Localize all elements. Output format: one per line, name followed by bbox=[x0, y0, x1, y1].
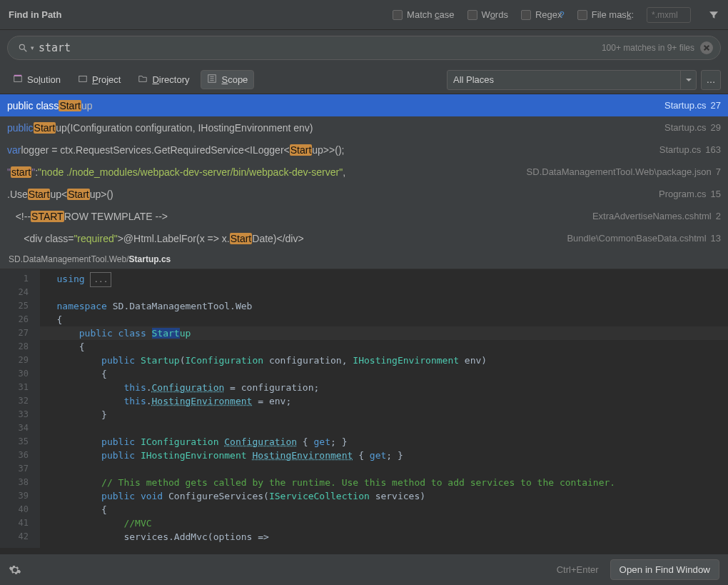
line-number: 24 bbox=[0, 286, 40, 299]
result-location: Bundle\CommonBaseData.cshtml13 bbox=[567, 233, 721, 244]
code-line: { bbox=[40, 503, 728, 516]
close-icon bbox=[703, 44, 710, 51]
line-number: 34 bbox=[0, 421, 40, 435]
svg-line-1 bbox=[24, 49, 27, 52]
code-line: public void ConfigureServices(IServiceCo… bbox=[40, 489, 728, 503]
code-line: public Startup(IConfiguration configurat… bbox=[40, 354, 728, 367]
line-number: 29 bbox=[0, 354, 40, 367]
shortcut-hint: Ctrl+Enter bbox=[557, 564, 599, 575]
clear-search-button[interactable] bbox=[700, 41, 713, 54]
scope-tab-project[interactable]: Project bbox=[72, 70, 126, 89]
match-case-checkbox[interactable]: Match case bbox=[393, 9, 454, 20]
search-result-row[interactable]: .UseStartup<Startup>() Program.cs15 bbox=[0, 183, 728, 205]
open-in-find-window-button[interactable]: Open in Find Window bbox=[610, 559, 719, 580]
scope-tab-label: Directory bbox=[152, 74, 189, 85]
scope-tab-directory[interactable]: Directory bbox=[132, 70, 195, 89]
search-icon bbox=[18, 43, 28, 53]
scope-tab-label: Scope bbox=[221, 74, 248, 85]
result-location: Startup.cs27 bbox=[664, 100, 721, 111]
line-number: 31 bbox=[0, 381, 40, 394]
code-line: using ... bbox=[40, 272, 728, 286]
line-number: 35 bbox=[0, 435, 40, 449]
regex-label: Regex bbox=[535, 9, 562, 20]
code-line: { bbox=[40, 313, 728, 326]
line-number: 38 bbox=[0, 476, 40, 489]
chevron-down-icon bbox=[685, 76, 692, 84]
scope-places-select[interactable]: All Places bbox=[447, 70, 697, 90]
code-preview[interactable]: 124252627282930313233343536373839404142 … bbox=[0, 269, 728, 548]
line-number: 40 bbox=[0, 503, 40, 516]
line-number: 41 bbox=[0, 516, 40, 530]
search-result-row[interactable]: <!-- START ROW TEWMPLATE --> ExtraAdvert… bbox=[0, 205, 728, 227]
search-result-row[interactable]: public class Startup Startup.cs27 bbox=[0, 94, 728, 116]
scope-icon bbox=[207, 74, 217, 86]
svg-rect-4 bbox=[14, 76, 22, 82]
result-text: "start": "node ./node_modules/webpack-de… bbox=[7, 166, 345, 178]
search-input[interactable] bbox=[39, 41, 602, 54]
matches-info: 100+ matches in 9+ files bbox=[602, 43, 694, 53]
result-text: <!-- START ROW TEWMPLATE --> bbox=[7, 211, 168, 222]
scope-tab-label: Solution bbox=[27, 74, 61, 85]
code-line: } bbox=[40, 408, 728, 421]
result-text: <div class="required">@Html.LabelFor(x =… bbox=[7, 233, 304, 244]
solution-icon bbox=[13, 74, 23, 86]
filemask-input[interactable] bbox=[647, 7, 691, 23]
line-number: 39 bbox=[0, 489, 40, 503]
result-text: public Startup(IConfiguration configurat… bbox=[7, 122, 313, 134]
line-number: 42 bbox=[0, 530, 40, 544]
code-line: namespace SD.DataManagementTool.Web bbox=[40, 299, 728, 313]
search-history-chevron-icon[interactable]: ▾ bbox=[31, 44, 34, 51]
result-location: ExtraAdvertiseNames.cshtml2 bbox=[592, 211, 721, 221]
code-line: this.Configuration = configuration; bbox=[40, 381, 728, 394]
line-number: 33 bbox=[0, 408, 40, 421]
line-number: 25 bbox=[0, 299, 40, 313]
search-result-row[interactable]: "start": "node ./node_modules/webpack-de… bbox=[0, 161, 728, 183]
code-line bbox=[40, 462, 728, 476]
result-location: Startup.cs29 bbox=[664, 122, 721, 133]
code-line: this.HostingEnvironment = env; bbox=[40, 394, 728, 408]
search-result-row[interactable]: public Startup(IConfiguration configurat… bbox=[0, 116, 728, 139]
code-line: services.AddMvc(options => bbox=[40, 530, 728, 544]
gear-icon[interactable] bbox=[9, 564, 21, 576]
search-box[interactable]: ▾ 100+ matches in 9+ files bbox=[7, 36, 721, 60]
line-number: 37 bbox=[0, 462, 40, 476]
scope-tab-label: Project bbox=[92, 74, 121, 85]
code-line: // This method gets called by the runtim… bbox=[40, 476, 728, 489]
filemask-label: File mask: bbox=[592, 9, 634, 20]
words-checkbox[interactable]: Words bbox=[467, 9, 508, 20]
code-line bbox=[40, 286, 728, 299]
result-text: var logger = ctx.RequestServices.GetRequ… bbox=[7, 144, 344, 156]
search-result-row[interactable]: var logger = ctx.RequestServices.GetRequ… bbox=[0, 139, 728, 161]
preview-path: SD.DataManagementTool.Web/Startup.cs bbox=[0, 249, 728, 269]
regex-checkbox[interactable]: Regex ? bbox=[521, 9, 565, 20]
line-number: 30 bbox=[0, 367, 40, 381]
code-line: { bbox=[40, 367, 728, 381]
code-line: public IHostingEnvironment HostingEnviro… bbox=[40, 449, 728, 462]
code-line: public IConfiguration Configuration { ge… bbox=[40, 435, 728, 449]
result-location: Program.cs15 bbox=[659, 189, 721, 199]
result-text: .UseStartup<Startup>() bbox=[7, 189, 113, 200]
scope-tab-solution[interactable]: Solution bbox=[7, 70, 66, 89]
result-location: SD.DataManagementTool.Web\package.json7 bbox=[527, 166, 721, 177]
result-location: Startup.cs163 bbox=[659, 144, 721, 155]
line-number: 27 bbox=[0, 326, 40, 340]
search-result-row[interactable]: <div class="required">@Html.LabelFor(x =… bbox=[0, 227, 728, 249]
dialog-title: Find in Path bbox=[9, 9, 61, 20]
code-line bbox=[40, 421, 728, 435]
filemask-checkbox[interactable]: File mask: bbox=[577, 9, 634, 20]
code-line: public class Startup bbox=[40, 326, 728, 340]
regex-help-icon[interactable]: ? bbox=[560, 9, 565, 20]
code-line: { bbox=[40, 340, 728, 354]
svg-point-0 bbox=[19, 44, 24, 49]
line-number: 26 bbox=[0, 313, 40, 326]
scope-tab-scope[interactable]: Scope bbox=[201, 70, 254, 89]
gutter: 124252627282930313233343536373839404142 bbox=[0, 269, 40, 548]
code-line: //MVC bbox=[40, 516, 728, 530]
more-options-button[interactable]: … bbox=[701, 70, 721, 90]
project-icon bbox=[78, 74, 88, 86]
filter-icon[interactable] bbox=[708, 9, 719, 21]
line-number: 36 bbox=[0, 449, 40, 462]
svg-rect-5 bbox=[14, 75, 22, 76]
svg-rect-6 bbox=[79, 76, 87, 82]
scope-places-value: All Places bbox=[453, 74, 494, 85]
